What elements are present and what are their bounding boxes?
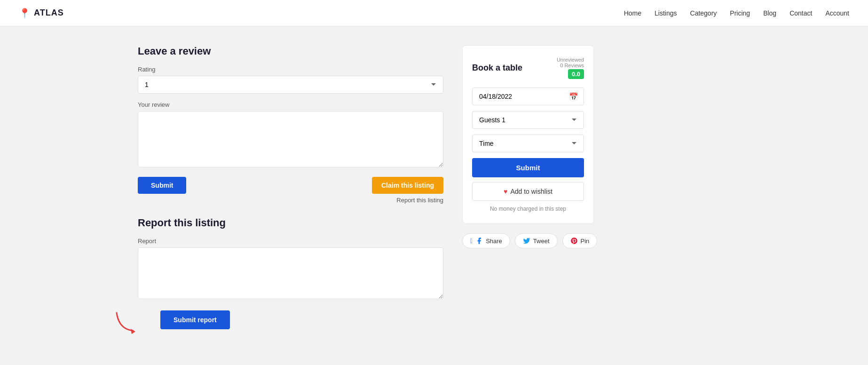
booking-submit-button[interactable]: Submit <box>472 158 584 177</box>
share-twitter-button[interactable]: Tweet <box>515 233 558 248</box>
navbar: 📍 ATLAS Home Listings Category Pricing B… <box>0 0 868 26</box>
review-section: Leave a review Rating 1 2 3 4 5 Your rev… <box>138 45 443 204</box>
submit-report-button[interactable]: Submit report <box>160 310 230 329</box>
twitter-svg-icon <box>523 237 530 245</box>
report-title: Report this listing <box>138 217 443 229</box>
social-share:  Share Tweet Pin <box>462 233 594 248</box>
pin-label: Pin <box>581 238 590 245</box>
claim-listing-button[interactable]: Claim this listing <box>372 177 443 194</box>
report-textarea[interactable] <box>138 247 443 299</box>
tweet-label: Tweet <box>533 238 550 245</box>
unreviewed-label: Unreviewed 0 Reviews <box>557 57 584 68</box>
wishlist-label: Add to wishlist <box>510 188 552 195</box>
date-input-wrapper: 📅 <box>472 87 584 105</box>
svg-marker-0 <box>131 329 135 334</box>
review-submit-button[interactable]: Submit <box>138 177 186 194</box>
review-label: Your review <box>138 101 443 108</box>
arrow-icon <box>112 308 140 336</box>
page-content: Leave a review Rating 1 2 3 4 5 Your rev… <box>128 26 740 348</box>
nav-listings[interactable]: Listings <box>655 9 677 17</box>
date-input[interactable] <box>472 87 584 105</box>
no-charge-text: No money charged in this step <box>472 206 584 212</box>
left-panel: Leave a review Rating 1 2 3 4 5 Your rev… <box>138 45 443 329</box>
nav-category[interactable]: Category <box>690 9 717 17</box>
logo-text: ATLAS <box>34 8 64 18</box>
review-textarea[interactable] <box>138 111 443 167</box>
facebook-svg-icon <box>475 237 483 245</box>
booking-header: Book a table Unreviewed 0 Reviews 0.0 <box>472 57 584 79</box>
nav-links: Home Listings Category Pricing Blog Cont… <box>624 9 849 17</box>
submit-report-row: Submit report <box>138 310 443 329</box>
time-select[interactable]: Time 12:00 PM 1:00 PM 2:00 PM 7:00 PM <box>472 135 584 152</box>
pinterest-svg-icon <box>570 237 578 245</box>
rating-select[interactable]: 1 2 3 4 5 <box>138 76 443 94</box>
nav-contact[interactable]: Contact <box>789 9 812 17</box>
review-actions-row: Submit Claim this listing <box>138 177 443 194</box>
share-label: Share <box>486 238 502 245</box>
share-pinterest-button[interactable]: Pin <box>562 233 598 248</box>
report-listing-link[interactable]: Report this listing <box>138 197 443 204</box>
nav-account[interactable]: Account <box>825 9 849 17</box>
heart-icon: ♥ <box>504 188 507 195</box>
guests-select[interactable]: Guests 1 Guests 2 Guests 3 Guests 4 <box>472 111 584 129</box>
nav-blog[interactable]: Blog <box>763 9 776 17</box>
wishlist-button[interactable]: ♥ Add to wishlist <box>472 182 584 201</box>
logo[interactable]: 📍 ATLAS <box>19 8 64 19</box>
report-section: Report this listing Report Submit report <box>138 217 443 329</box>
nav-home[interactable]: Home <box>624 9 641 17</box>
report-label: Report <box>138 238 443 245</box>
share-facebook-button[interactable]:  Share <box>462 233 510 248</box>
booking-title: Book a table <box>472 63 522 73</box>
score-badge: 0.0 <box>568 69 584 79</box>
booking-card: Book a table Unreviewed 0 Reviews 0.0 📅 … <box>462 45 594 224</box>
right-panel: Book a table Unreviewed 0 Reviews 0.0 📅 … <box>462 45 594 329</box>
logo-icon: 📍 <box>19 8 31 19</box>
nav-pricing[interactable]: Pricing <box>730 9 750 17</box>
rating-label: Rating <box>138 66 443 73</box>
facebook-icon:  <box>470 237 473 245</box>
reviews-badge: Unreviewed 0 Reviews 0.0 <box>557 57 584 79</box>
review-title: Leave a review <box>138 45 443 57</box>
